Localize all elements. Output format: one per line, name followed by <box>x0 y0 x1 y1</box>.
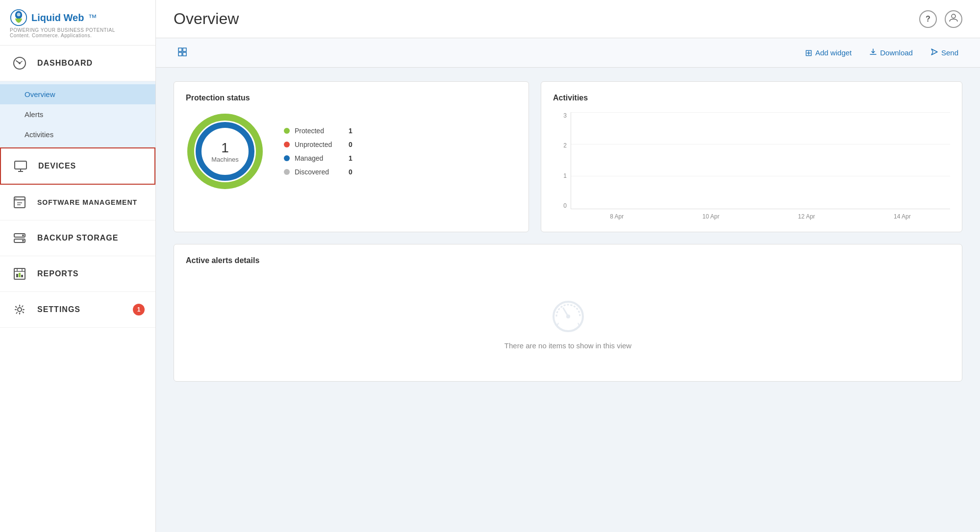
sub-nav-item-overview[interactable]: Overview <box>0 84 155 104</box>
toolbar-right: ⊞ Add widget Download Send <box>801 46 962 60</box>
widgets-row: Protection status 1 Mac <box>174 81 962 232</box>
dashboard-label: DASHBOARD <box>37 59 93 68</box>
toolbar: ⊞ Add widget Download Send <box>156 38 980 68</box>
sidebar: Liquid Web ™ POWERING YOUR BUSINESS POTE… <box>0 0 156 532</box>
svg-rect-29 <box>178 52 182 56</box>
legend-item-unprotected: Unprotected 0 <box>284 141 352 148</box>
sidebar-item-settings[interactable]: SETTINGS 1 <box>0 292 155 328</box>
logo-tagline: POWERING YOUR BUSINESS POTENTIAL Content… <box>10 27 146 38</box>
activities-widget: Activities 3 2 1 0 <box>541 81 962 232</box>
donut-label: Machines <box>211 156 239 163</box>
main-content: Overview ? <box>156 0 980 532</box>
download-label: Download <box>880 48 913 57</box>
grid-line-2 <box>571 144 950 145</box>
toolbar-left <box>174 45 191 60</box>
x-label-8apr: 8 Apr <box>610 213 624 220</box>
sidebar-item-backup[interactable]: BACKUP STORAGE <box>0 220 155 256</box>
donut-number: 1 <box>211 140 239 156</box>
grid-line-1 <box>571 176 950 176</box>
software-label: SOFTWARE MANAGEMENT <box>37 198 137 206</box>
user-button[interactable] <box>945 10 962 28</box>
logo-icon <box>10 9 27 26</box>
empty-gauge-icon <box>549 294 588 334</box>
legend-name-protected: Protected <box>295 127 344 135</box>
send-icon <box>930 48 938 57</box>
logo-area: Liquid Web ™ POWERING YOUR BUSINESS POTE… <box>0 0 155 46</box>
y-label-0: 0 <box>553 202 571 209</box>
svg-rect-28 <box>183 48 186 51</box>
x-label-14apr: 14 Apr <box>894 213 911 220</box>
legend: Protected 1 Unprotected 0 Managed 1 <box>284 127 352 176</box>
grid-line-3 <box>571 112 950 113</box>
alerts-empty: There are no items to show in this view <box>186 275 950 369</box>
backup-label: BACKUP STORAGE <box>37 234 118 242</box>
sub-nav-item-alerts[interactable]: Alerts <box>0 104 155 124</box>
legend-item-discovered: Discovered 0 <box>284 168 352 176</box>
devices-label: DEVICES <box>38 162 76 170</box>
svg-rect-23 <box>19 273 21 277</box>
sub-nav-item-activities[interactable]: Activities <box>0 124 155 145</box>
managed-dot <box>284 155 290 161</box>
y-label-3: 3 <box>553 112 571 119</box>
svg-point-26 <box>952 14 955 18</box>
svg-line-38 <box>557 323 558 325</box>
settings-label: SETTINGS <box>37 305 80 314</box>
help-icon: ? <box>926 15 930 24</box>
protection-status-title: Protection status <box>186 94 517 102</box>
discovered-dot <box>284 169 290 175</box>
x-axis: 8 Apr 10 Apr 12 Apr 14 Apr <box>553 213 950 220</box>
help-button[interactable]: ? <box>919 10 937 28</box>
reports-icon <box>11 265 28 283</box>
sidebar-item-reports[interactable]: REPORTS <box>0 256 155 292</box>
svg-point-2 <box>17 13 20 16</box>
send-button[interactable]: Send <box>927 46 962 59</box>
expand-button[interactable] <box>174 45 191 60</box>
chart-area: 3 2 1 0 <box>553 112 950 220</box>
x-label-10apr: 10 Apr <box>703 213 720 220</box>
x-label-12apr: 12 Apr <box>798 213 815 220</box>
legend-count-protected: 1 <box>349 127 352 135</box>
active-alerts-title: Active alerts details <box>186 256 950 265</box>
legend-item-managed: Managed 1 <box>284 154 352 162</box>
logo-brand: Liquid Web ™ <box>10 9 146 26</box>
sub-nav: Overview Alerts Activities <box>0 81 155 147</box>
page-title: Overview <box>174 10 239 28</box>
svg-line-39 <box>578 323 579 325</box>
svg-point-16 <box>22 235 24 237</box>
sidebar-item-software[interactable]: SOFTWARE MANAGEMENT <box>0 185 155 220</box>
sidebar-item-dashboard[interactable]: DASHBOARD <box>0 46 155 81</box>
user-icon <box>949 13 958 25</box>
y-label-2: 2 <box>553 142 571 149</box>
add-widget-button[interactable]: ⊞ Add widget <box>801 46 855 60</box>
svg-point-25 <box>18 308 22 312</box>
top-header: Overview ? <box>156 0 980 38</box>
bars-container <box>571 112 950 209</box>
settings-icon <box>11 301 28 318</box>
header-actions: ? <box>919 10 962 28</box>
logo-name: Liquid Web <box>31 12 84 24</box>
svg-rect-7 <box>15 161 26 169</box>
legend-count-discovered: 0 <box>349 168 352 176</box>
svg-point-6 <box>19 62 21 64</box>
content-area: Protection status 1 Mac <box>156 68 980 532</box>
legend-count-unprotected: 0 <box>349 141 352 148</box>
donut-chart: 1 Machines <box>186 112 264 191</box>
settings-badge: 1 <box>133 304 145 315</box>
add-widget-icon: ⊞ <box>805 48 812 58</box>
protected-dot <box>284 128 290 134</box>
sidebar-item-devices[interactable]: DEVICES <box>0 147 155 185</box>
empty-text: There are no items to show in this view <box>504 341 631 350</box>
svg-rect-22 <box>16 274 18 277</box>
chart-body <box>571 112 950 209</box>
svg-point-37 <box>566 314 570 318</box>
svg-rect-30 <box>183 52 186 56</box>
y-axis: 3 2 1 0 <box>553 112 571 209</box>
legend-count-managed: 1 <box>349 154 352 162</box>
unprotected-dot <box>284 142 290 147</box>
monitor-icon <box>12 157 29 175</box>
backup-icon <box>11 229 28 247</box>
dashboard-icon <box>11 54 28 72</box>
protection-status-widget: Protection status 1 Mac <box>174 81 529 232</box>
download-button[interactable]: Download <box>865 46 917 59</box>
svg-rect-24 <box>21 275 23 277</box>
